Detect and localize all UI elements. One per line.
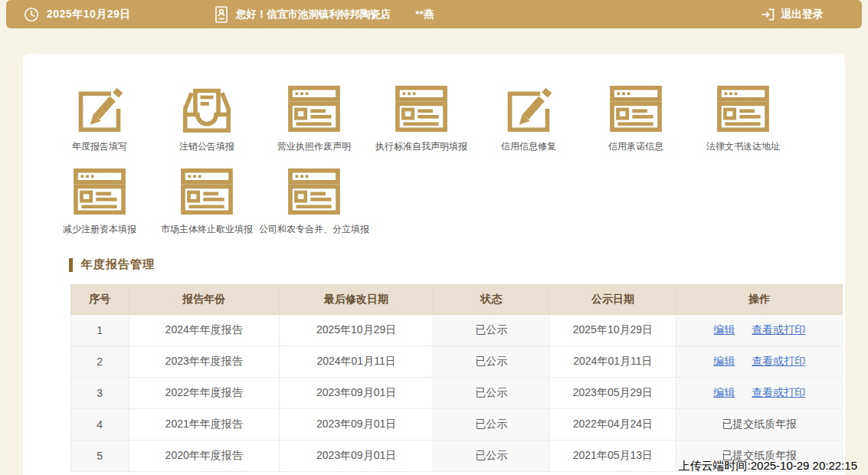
edit-icon: [499, 84, 558, 133]
table-row: 22023年年度报告2024年01月11日已公示2024年01月11日编辑查看或…: [71, 346, 843, 378]
app-shortcut-label: 法律文书送达地址: [706, 140, 780, 153]
status: 已公示: [434, 441, 549, 472]
last-modified-date: 2023年09月01日: [279, 378, 433, 409]
publish-date: 2025年10月29日: [549, 315, 676, 346]
current-date: 2025年10月29日: [47, 8, 131, 21]
inbox-icon: [177, 84, 237, 133]
app-shortcut-label: 注销公告填报: [179, 140, 234, 153]
app-shortcut-grid: 年度报告填写 注销公告填报 营业执照作废声明 执行标准自我声明填报 信用信息修复: [23, 84, 845, 236]
browser-icon: [284, 84, 344, 133]
app-shortcut[interactable]: 注销公告填报: [153, 84, 260, 153]
last-modified-date: 2023年09月01日: [279, 409, 433, 441]
operations-cell: 已提交纸质年报: [676, 409, 843, 441]
app-shortcut-label: 营业执照作废声明: [277, 140, 351, 153]
app-shortcut-label: 公司和农专合并、分立填报: [259, 223, 369, 236]
logout-button[interactable]: 退出登录: [760, 7, 824, 22]
app-shortcut-label: 年度报告填写: [72, 140, 127, 153]
column-header: 状态: [434, 285, 549, 315]
edit-link[interactable]: 编辑: [713, 323, 735, 336]
view-or-print-link[interactable]: 查看或打印: [752, 386, 805, 398]
browser-icon: [606, 84, 666, 133]
app-shortcut[interactable]: 年度报告填写: [46, 84, 153, 153]
section-title: 年度报告管理: [81, 257, 155, 272]
clock-icon: [23, 6, 40, 23]
edit-link[interactable]: 编辑: [713, 386, 735, 398]
last-modified-date: 2024年01月11日: [279, 346, 433, 378]
report-year: 2024年年度报告: [129, 315, 279, 346]
app-shortcut[interactable]: 营业执照作废声明: [260, 84, 368, 153]
browser-icon: [70, 167, 129, 216]
column-header: 报告年份: [129, 285, 279, 315]
operations-cell: 编辑查看或打印: [676, 378, 843, 409]
row-index: 2: [71, 346, 129, 378]
browser-icon: [713, 84, 773, 133]
column-header: 操作: [676, 285, 843, 315]
app-row-2: 减少注册资本填报 市场主体终止歇业填报 公司和农专合并、分立填报: [23, 167, 845, 236]
report-year: 2021年年度报告: [129, 409, 279, 441]
app-shortcut-label: 信用承诺信息: [608, 140, 663, 153]
publish-date: 2021年05月13日: [549, 441, 676, 472]
section-accent-bar: [69, 258, 73, 272]
status: 已公示: [434, 346, 549, 378]
view-or-print-link[interactable]: 查看或打印: [752, 323, 805, 336]
app-shortcut-label: 信用信息修复: [501, 140, 556, 153]
app-shortcut[interactable]: 公司和农专合并、分立填报: [260, 167, 368, 236]
app-shortcut-label: 市场主体终止歇业填报: [161, 223, 253, 236]
browser-icon: [284, 167, 344, 216]
logout-label: 退出登录: [781, 8, 824, 21]
row-index: 4: [71, 409, 129, 441]
row-index: 1: [71, 315, 129, 346]
app-shortcut[interactable]: 执行标准自我声明填报: [368, 84, 475, 153]
table-row: 32022年年度报告2023年09月01日已公示2023年05月29日编辑查看或…: [71, 378, 843, 409]
edit-icon: [70, 84, 129, 133]
column-header: 最后修改日期: [279, 285, 433, 315]
last-modified-date: 2025年10月29日: [279, 315, 433, 346]
business-license-icon: [214, 5, 229, 24]
table-body: 12024年年度报告2025年10月29日已公示2025年10月29日编辑查看或…: [71, 315, 843, 472]
publish-date: 2022年04月24日: [549, 409, 676, 441]
app-shortcut[interactable]: 减少注册资本填报: [46, 167, 153, 236]
upload-time-overlay: 上传云端时间:2025-10-29 20:22:15: [679, 459, 857, 473]
column-header: 公示日期: [549, 285, 676, 315]
app-shortcut[interactable]: 信用信息修复: [475, 84, 582, 153]
report-year: 2022年年度报告: [129, 378, 279, 409]
operations-cell: 编辑查看或打印: [676, 315, 843, 346]
report-year: 2023年年度报告: [129, 346, 279, 378]
status: 已公示: [434, 409, 549, 441]
top-bar: 2025年10月29日 您好！信宜市池洞镇利特邦陶瓷店 **燕 退出登录: [6, 0, 862, 28]
logout-icon: [760, 7, 775, 22]
table-row: 42021年年度报告2023年09月01日已公示2022年04月24日已提交纸质…: [71, 409, 843, 441]
operations-cell: 编辑查看或打印: [676, 346, 843, 378]
app-shortcut[interactable]: 市场主体终止歇业填报: [153, 167, 260, 236]
greeting-text: 您好！信宜市池洞镇利特邦陶瓷店: [236, 8, 391, 21]
row-index: 3: [71, 378, 129, 409]
main-card: 年度报告填写 注销公告填报 营业执照作废声明 执行标准自我声明填报 信用信息修复: [23, 54, 845, 475]
browser-icon: [391, 84, 451, 133]
app-shortcut[interactable]: 法律文书送达地址: [689, 84, 797, 153]
paper-report-submitted-text: 已提交纸质年报: [722, 418, 797, 430]
publish-date: 2024年01月11日: [549, 346, 676, 378]
status: 已公示: [434, 315, 549, 346]
user-masked-name: **燕: [415, 8, 434, 21]
app-shortcut[interactable]: 信用承诺信息: [582, 84, 689, 153]
column-header: 序号: [71, 285, 129, 315]
row-index: 5: [71, 441, 129, 472]
report-year: 2020年年度报告: [129, 441, 279, 472]
view-or-print-link[interactable]: 查看或打印: [752, 355, 805, 367]
section-header: 年度报告管理: [69, 257, 845, 272]
app-shortcut-label: 减少注册资本填报: [63, 223, 136, 236]
last-modified-date: 2023年09月01日: [279, 441, 433, 472]
edit-link[interactable]: 编辑: [713, 355, 735, 367]
annual-report-table: 序号报告年份最后修改日期状态公示日期操作 12024年年度报告2025年10月2…: [70, 284, 843, 472]
status: 已公示: [434, 378, 549, 409]
publish-date: 2023年05月29日: [549, 378, 676, 409]
table-row: 12024年年度报告2025年10月29日已公示2025年10月29日编辑查看或…: [71, 315, 843, 346]
app-shortcut-label: 执行标准自我声明填报: [375, 140, 467, 153]
browser-icon: [177, 167, 237, 216]
table-header-row: 序号报告年份最后修改日期状态公示日期操作: [71, 285, 843, 315]
app-row-1: 年度报告填写 注销公告填报 营业执照作废声明 执行标准自我声明填报 信用信息修复: [23, 84, 845, 153]
